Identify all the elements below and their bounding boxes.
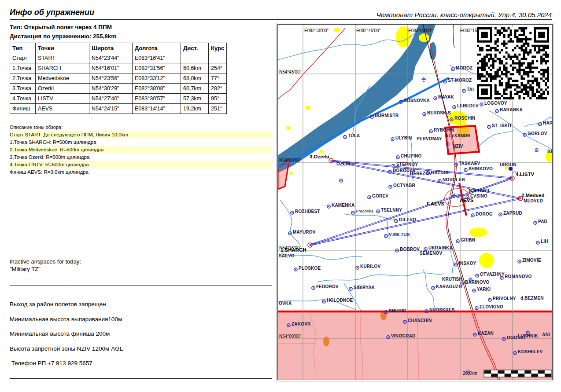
- map-label: ZAKOVR: [292, 322, 310, 326]
- map-label: ST_ISKIT: [492, 123, 512, 128]
- waypoint-icon: [470, 212, 475, 216]
- table-cell: E083°30'57": [133, 94, 181, 104]
- table-row: СтартSTARTN54°23'44"E083°16'41": [10, 53, 227, 63]
- table-cell: N54°16'01": [89, 63, 133, 73]
- map-label: ST-MOROZ: [448, 78, 472, 83]
- grid-label: E083°00'00": [408, 28, 432, 33]
- waypoint-icon: [369, 113, 374, 118]
- table-cell: E083°14'14": [133, 104, 181, 114]
- waypoint-icon: [384, 308, 388, 313]
- title-rule: [10, 19, 552, 20]
- table-cell: 19,2km: [181, 104, 209, 114]
- map-label: ELOVKINO: [480, 304, 503, 309]
- table-cell: 2.Точка: [10, 73, 36, 84]
- table-row: 1.ТочкаSHARCHN54°16'01"E082°31'56"50,6km…: [10, 63, 227, 73]
- zone-line: Финиш AEVS: R=3,0km цилиндра: [10, 169, 272, 176]
- map-label: UKRAINKA: [428, 245, 453, 250]
- map-label: ZIMOVIE: [522, 258, 541, 263]
- map-label: F.AEVS: [427, 201, 444, 206]
- waypoint-icon: [399, 98, 403, 103]
- waypoint-icon: [386, 333, 391, 338]
- map-label: SEMENOV: [420, 251, 442, 256]
- map-label: BURMISTR: [375, 113, 399, 118]
- waypoint-icon: [538, 121, 543, 125]
- waypoint-icon: [452, 103, 457, 108]
- map-label: PAD: [538, 219, 547, 224]
- zone-line: 2.Точка Medvedskoe: R=500m цилиндра: [10, 146, 272, 154]
- map-label: PERVOMAY: [417, 136, 442, 141]
- map-label: TULA: [348, 133, 360, 138]
- qr-code: [477, 27, 549, 101]
- map-label: ZAPRUD: [503, 211, 522, 216]
- table-row: 3.ТочкаOzerkiN54°30'29"E082°38'08"60,7km…: [10, 84, 227, 94]
- grid-label: E082°45'00": [356, 28, 380, 33]
- map-label: LEBEDEV: [457, 103, 479, 108]
- table-cell: Medvedskoe: [36, 73, 89, 84]
- divider: [10, 378, 272, 379]
- map-label: HARI: [543, 121, 553, 125]
- waypoint-icon: [472, 331, 477, 336]
- table-cell: AEVS: [36, 104, 89, 114]
- table-cell: [209, 53, 227, 63]
- grid-label: N54°30'00": [279, 158, 301, 163]
- waypoint-icon: [288, 230, 292, 234]
- waypoint-icon: [422, 110, 427, 115]
- map-label: PLOSKOE: [299, 266, 321, 271]
- map-label: SHURIG: [389, 308, 406, 313]
- waypoint-icon: [522, 131, 527, 136]
- waypoint-icon: [428, 128, 433, 132]
- map-label: VINOGRAD: [391, 333, 416, 338]
- map-label: KRUTISH: [442, 277, 462, 282]
- waypoint-icon: [293, 266, 298, 271]
- map-label: BARABKA: [500, 107, 523, 112]
- rule-line: Выход за район полетов запрещен: [10, 301, 123, 308]
- waypoint-icon: [425, 169, 430, 174]
- waypoint-icon: [367, 194, 372, 198]
- waypoint-icon: [390, 136, 395, 140]
- waypoint-icon: [376, 208, 380, 212]
- waypoint-icon: [286, 322, 291, 326]
- map-label: KAMENKA: [332, 203, 355, 208]
- waypoint-icon: [433, 95, 438, 99]
- table-cell: Финиш: [10, 104, 36, 114]
- map-label: TSELNNY: [381, 208, 402, 212]
- airfield-icon: ✈: [421, 76, 428, 82]
- map-label: ROMANOVO: [505, 274, 532, 279]
- waypoint-icon: [431, 284, 436, 289]
- task-map: E082°30'00"E082°45'00"E083°00'00"E083°15…: [277, 24, 553, 380]
- waypoint-table: Тип Точки Широта Долгота Дист. Курс Стар…: [10, 43, 227, 114]
- table-cell: 282°: [209, 84, 227, 94]
- table-header-row: Тип Точки Широта Долгота Дист. Курс: [10, 43, 227, 53]
- table-cell: N54°23'44": [89, 53, 133, 63]
- map-label: Preobnka: [356, 209, 373, 213]
- obstacle-icon: [509, 167, 513, 171]
- waypoint-icon: [445, 140, 450, 145]
- waypoint-icon: [499, 274, 504, 279]
- map-label: YARKI: [477, 287, 491, 292]
- map-label: ROZHDEST: [295, 209, 320, 214]
- map-label: TASKAEV: [459, 161, 480, 166]
- table-cell: N54°23'56": [89, 73, 133, 84]
- map-label: GRIBN: [461, 238, 475, 242]
- map-label: GILEVO: [399, 217, 416, 222]
- map-label: 3.Ozerki: [310, 154, 329, 159]
- table-cell: 4.Точка: [10, 94, 36, 104]
- rule-line: Высота запретной зоны NZIV 1200м AGL: [10, 345, 123, 352]
- map-label: MAYUROV: [293, 230, 316, 234]
- table-cell: 1.Точка: [10, 63, 36, 73]
- map-label: RAZDOL: [431, 170, 450, 175]
- grid-label: E082°30'00": [304, 28, 328, 33]
- map-label: KAZAN: [478, 331, 494, 336]
- waypoint-icon: [339, 177, 343, 182]
- table-cell: N54°30'29": [89, 84, 133, 94]
- zone-descriptions: Описание зоны обзора: Старт START: До сл…: [10, 124, 272, 176]
- map-label: S.START: [469, 188, 490, 193]
- waypoint-icon: [498, 211, 503, 216]
- grid-label: N54°00'00": [279, 334, 301, 339]
- waypoint-icon: [455, 238, 460, 242]
- waypoint-icon: [454, 161, 458, 166]
- map-label: OCTYABR: [393, 183, 415, 188]
- waypoint-icon: [534, 147, 539, 151]
- waypoint-icon: [450, 66, 455, 70]
- divider: [10, 286, 272, 286]
